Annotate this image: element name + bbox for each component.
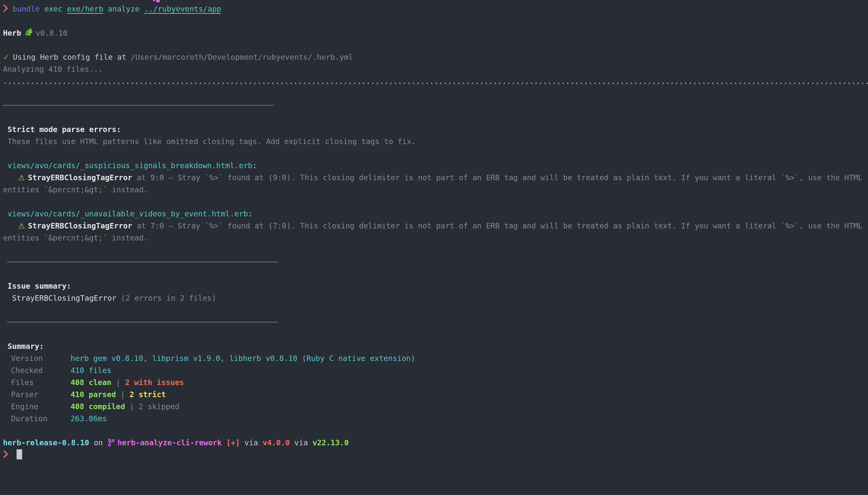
section-divider <box>3 316 868 328</box>
summary-row-duration: Duration263.06ms <box>3 413 868 425</box>
summary-label: Parser <box>3 389 70 400</box>
summary-files-issues: 2 with issues <box>125 378 184 387</box>
issue-summary-row: StrayERBClosingTagError (2 errors in 2 f… <box>3 292 868 304</box>
summary-label: Files <box>3 377 70 389</box>
warning-icon: ⚠ <box>18 221 25 230</box>
issue-summary-count: (2 errors in 2 files) <box>116 294 216 303</box>
status-on-word: on <box>89 438 107 447</box>
status-via-word: via <box>290 438 313 447</box>
git-branch-icon <box>108 438 115 450</box>
error-file-path[interactable]: views/avo/cards/_unavailable_videos_by_e… <box>7 209 248 218</box>
error-message-line: ⚠StrayERBClosingTagError at 7:0 – Stray … <box>3 220 868 232</box>
summary-engine-skipped: 2 skipped <box>139 402 180 411</box>
input-prompt-line[interactable] <box>3 449 868 461</box>
summary-separator: | <box>116 390 130 399</box>
status-git-status: [+] <box>222 438 240 447</box>
command-target-path[interactable]: ../rubyevents/app <box>144 4 221 13</box>
status-ruby-version: v4.0.0 <box>263 438 289 447</box>
app-name: Herb <box>3 29 21 37</box>
strict-errors-description: These files use HTML patterns like omitt… <box>3 136 868 148</box>
section-divider <box>3 256 868 268</box>
summary-separator: | <box>112 378 125 387</box>
summary-label: Checked <box>3 364 70 377</box>
error-message-continuation: entities `&percnt;&gt;` instead. <box>3 184 868 196</box>
config-line: ✓Using Herb config file at /Users/marcor… <box>3 51 868 63</box>
error-message: at 9:0 – Stray `%>` found at (9:0). This… <box>132 173 863 182</box>
summary-label: Duration <box>3 413 70 425</box>
summary-row-checked: Checked410 files <box>3 364 868 377</box>
summary-row-engine: Engine408 compiled | 2 skipped <box>3 400 868 413</box>
strict-errors-title: Strict mode parse errors: <box>3 123 868 136</box>
summary-value-checked: 410 files <box>70 366 112 375</box>
warning-icon: ⚠ <box>18 173 25 182</box>
status-branch: herb-analyze-cli-rework <box>117 438 221 447</box>
analyzing-text: Analyzing 410 files... <box>3 63 868 75</box>
error-name: StrayERBClosingTagError <box>28 173 132 182</box>
summary-label: Version <box>3 353 70 364</box>
herb-header: Herbv0.8.10 <box>3 27 868 39</box>
summary-label: Engine <box>3 400 70 413</box>
chevron-right-icon <box>3 4 9 16</box>
error-file-path[interactable]: views/avo/cards/_suspicious_signals_brea… <box>7 161 252 170</box>
error-file-colon: : <box>248 209 252 218</box>
command-executable-path[interactable]: exe/herb <box>67 4 103 13</box>
summary-files-clean: 408 clean <box>70 378 112 387</box>
error-file-colon: : <box>252 161 257 170</box>
error-file-line: views/avo/cards/_unavailable_videos_by_e… <box>3 208 868 220</box>
status-via-word: via <box>240 438 263 447</box>
status-node-version: v22.13.0 <box>313 438 349 447</box>
summary-engine-compiled: 408 compiled <box>70 402 125 411</box>
error-message-continuation: entities `&percnt;&gt;` instead. <box>3 232 868 244</box>
config-path: /Users/marcoroth/Development/rubyevents/… <box>131 53 353 62</box>
issue-summary-title: Issue summary: <box>3 280 868 292</box>
config-text: Using Herb config file at <box>13 53 131 62</box>
error-message-line: ⚠StrayERBClosingTagError at 9:0 – Stray … <box>3 172 868 184</box>
summary-row-files: Files408 clean | 2 with issues <box>3 377 868 389</box>
error-name: StrayERBClosingTagError <box>28 221 132 230</box>
summary-parser-strict: 2 strict <box>130 390 166 399</box>
summary-value-version: herb gem v0.8.10, libprism v1.9.0, libhe… <box>70 354 415 363</box>
error-file-line: views/avo/cards/_suspicious_signals_brea… <box>3 160 868 172</box>
summary-title: Summary: <box>3 340 868 353</box>
status-directory: herb-release-0.8.10 <box>3 438 89 447</box>
command-prompt-line: bundle exec exe/herb analyze ../rubyeven… <box>3 3 868 15</box>
version-text: v0.8.10 <box>36 29 67 37</box>
issue-summary-error-name: StrayERBClosingTagError <box>12 294 116 303</box>
summary-row-version: Versionherb gem v0.8.10, libprism v1.9.0… <box>3 353 868 364</box>
command-action: analyze <box>103 4 144 13</box>
error-message: at 7:0 – Stray `%>` found at (7:0). This… <box>132 221 863 230</box>
command-name: bundle <box>13 4 40 13</box>
summary-row-parser: Parser410 parsed | 2 strict <box>3 389 868 400</box>
terminal-screen: bundle exec exe/herb analyze ../rubyeven… <box>0 0 868 461</box>
summary-separator: | <box>125 402 139 411</box>
herb-leaf-icon <box>23 28 33 41</box>
command-subcommand: exec <box>40 4 67 13</box>
summary-value-duration: 263.06ms <box>70 414 107 423</box>
progress-dots: ........................................… <box>3 75 868 87</box>
status-line: herb-release-0.8.10 on herb-analyze-cli-… <box>3 437 868 449</box>
check-icon: ✓ <box>3 53 9 62</box>
section-divider <box>3 99 868 112</box>
terminal-cursor[interactable] <box>17 449 22 459</box>
chevron-right-icon <box>3 449 9 462</box>
summary-parser-parsed: 410 parsed <box>70 390 116 399</box>
